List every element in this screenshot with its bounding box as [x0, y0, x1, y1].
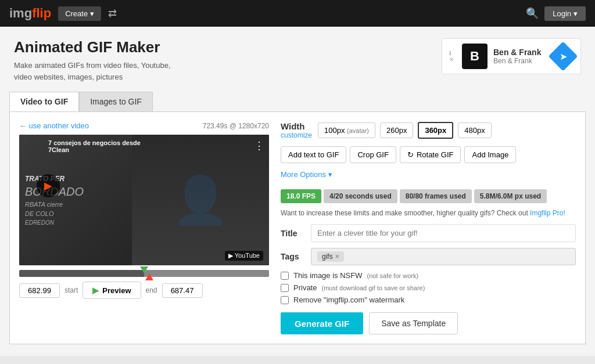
checkboxes: This image is NSFW (not safe for work) P… — [281, 271, 576, 304]
width-480px[interactable]: 480px — [458, 122, 491, 138]
logo: imgflip — [9, 6, 51, 21]
person-silhouette: 👤 — [171, 173, 230, 228]
imgflip-pro-link[interactable]: Imgflip Pro! — [530, 209, 565, 217]
nsfw-checkbox[interactable] — [281, 272, 289, 280]
search-button[interactable]: 🔍 — [526, 7, 539, 20]
watermark-checkbox[interactable] — [281, 296, 289, 304]
page-title: Animated GIF Maker — [14, 38, 171, 56]
private-row: Private (must download gif to save or sh… — [281, 283, 576, 292]
video-right-side: 👤 — [132, 135, 270, 265]
crop-gif-button[interactable]: Crop GIF — [350, 146, 396, 163]
hero-section: Animated GIF Maker Make animated GIFs fr… — [0, 27, 595, 92]
watermark-row: Remove "imgflip.com" watermark — [281, 295, 576, 304]
tag-chip-gifs: gifs × — [317, 251, 344, 262]
width-100px[interactable]: 100px (avatar) — [318, 122, 375, 138]
video-title-text: 7 consejos de negocios desde 7Clean — [48, 139, 153, 153]
tab-images-to-gif[interactable]: Images to GIF — [79, 92, 153, 111]
end-label: end — [146, 286, 157, 294]
rotate-icon: ↻ — [407, 150, 414, 159]
title-input[interactable] — [311, 224, 576, 242]
video-info: 723.49s @ 1280x720 — [203, 122, 269, 130]
add-image-button[interactable]: Add Image — [464, 146, 516, 163]
main-content: Video to GIF Images to GIF ← use another… — [0, 92, 595, 356]
promo-text: Want to increase these limits and make s… — [281, 209, 576, 217]
action-buttons: Add text to GIF Crop GIF ↻ Rotate GIF Ad… — [281, 146, 576, 182]
use-another-link[interactable]: ← use another video — [19, 121, 89, 130]
width-row: Width customize 100px (avatar) 260px 360… — [281, 121, 576, 139]
hero-subtitle: Make animated GIFs from video files, You… — [14, 60, 171, 82]
tags-input[interactable]: gifs × — [311, 248, 576, 265]
add-text-button[interactable]: Add text to GIF — [281, 146, 346, 163]
ad-text: Ben & Frank Ben & Frank — [493, 48, 547, 65]
logo-flip: flip — [32, 6, 51, 20]
frames-badge: 80/80 frames used — [400, 189, 472, 203]
start-time-input[interactable] — [19, 283, 60, 298]
timeline-start-marker — [140, 266, 148, 273]
timeline-bar[interactable] — [19, 270, 269, 277]
save-as-template-button[interactable]: Save as Template — [369, 312, 458, 334]
video-text-overlay: TRATO PER BORDADO RBATA cierre DE COLO E… — [19, 135, 144, 265]
width-260px[interactable]: 260px — [380, 122, 413, 138]
timeline[interactable] — [19, 270, 269, 277]
header: imgflip Create ▾ ⇄ 🔍 Login ▾ — [0, 0, 595, 27]
chevron-down-icon: ▾ — [574, 9, 578, 18]
login-button[interactable]: Login ▾ — [544, 6, 586, 21]
ad-banner: ℹ✕ B Ben & Frank Ben & Frank ➤ — [442, 38, 581, 74]
chevron-down-icon: ▾ — [90, 9, 94, 18]
tags-label: Tags — [281, 252, 304, 261]
search-icon: 🔍 — [526, 8, 539, 19]
pixels-badge: 5.8M/6.0M px used — [474, 189, 547, 203]
generate-gif-button[interactable]: Generate GIF — [281, 312, 363, 334]
play-button-overlay: ▶ — [37, 174, 60, 197]
play-icon: ▶ — [44, 179, 52, 192]
tabs: Video to GIF Images to GIF — [9, 92, 586, 111]
rotate-gif-button[interactable]: ↻ Rotate GIF — [400, 146, 461, 163]
start-label: start — [64, 286, 78, 294]
tags-row: Tags gifs × — [281, 248, 576, 265]
private-checkbox[interactable] — [281, 284, 289, 292]
main-panel: ← use another video 723.49s @ 1280x720 T… — [9, 111, 586, 344]
preview-play-icon: ▶ — [92, 286, 99, 295]
timeline-end-marker — [145, 273, 153, 280]
left-column: ← use another video 723.49s @ 1280x720 T… — [19, 121, 269, 334]
stats-row: 18.0 FPS 4/20 seconds used 80/80 frames … — [281, 189, 576, 203]
right-column: Width customize 100px (avatar) 260px 360… — [281, 121, 576, 334]
video-more-icon[interactable]: ⋮ — [254, 139, 264, 152]
end-time-input[interactable] — [162, 283, 203, 298]
shuffle-icon: ⇄ — [108, 7, 117, 20]
tag-remove-icon[interactable]: × — [335, 253, 339, 261]
ad-logo: B — [462, 44, 488, 69]
ad-info-icon: ℹ✕ — [449, 50, 454, 63]
logo-img: img — [9, 6, 32, 20]
fps-badge: 18.0 FPS — [281, 189, 321, 203]
customize-link[interactable]: customize — [281, 131, 312, 139]
seconds-badge: 4/20 seconds used — [324, 189, 397, 203]
header-right: 🔍 Login ▾ — [526, 6, 586, 21]
title-row: Title — [281, 224, 576, 242]
title-label: Title — [281, 229, 304, 238]
width-360px[interactable]: 360px — [418, 122, 453, 139]
width-label: Width — [281, 121, 305, 131]
ad-arrow-icon: ➤ — [549, 42, 578, 71]
tab-video-to-gif[interactable]: Video to GIF — [9, 92, 79, 111]
width-options: 100px (avatar) 260px 360px 480px — [318, 122, 492, 139]
bottom-buttons: Generate GIF Save as Template — [281, 312, 576, 334]
video-meta-row: ← use another video 723.49s @ 1280x720 — [19, 121, 269, 130]
video-thumbnail: TRATO PER BORDADO RBATA cierre DE COLO E… — [19, 135, 269, 265]
nsfw-row: This image is NSFW (not safe for work) — [281, 271, 576, 280]
create-button[interactable]: Create ▾ — [58, 6, 101, 21]
preview-button[interactable]: ▶ Preview — [83, 282, 141, 299]
youtube-badge: ▶ YouTube — [225, 251, 263, 261]
more-options-button[interactable]: More Options ▾ — [281, 167, 339, 182]
controls-row: start ▶ Preview end — [19, 282, 269, 299]
